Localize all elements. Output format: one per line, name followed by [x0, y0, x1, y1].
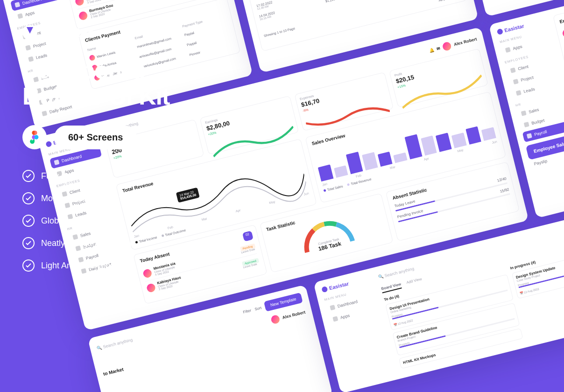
bar [481, 127, 496, 141]
mail-icon[interactable]: ✉ [436, 46, 441, 51]
bar [405, 134, 423, 160]
check-icon [22, 215, 35, 227]
feature-item: Neatly & organized layer [22, 237, 169, 249]
bell-icon[interactable]: 🔔 [429, 47, 435, 53]
check-icon [22, 192, 35, 204]
bar [421, 135, 437, 156]
screens-badge: 60+ Screens [54, 126, 137, 149]
headline: DashboardBuilder UI Kit [22, 57, 169, 109]
feature-item: Light And Dark Mode [22, 259, 169, 272]
figma-icon [30, 131, 39, 144]
filter-button[interactable]: Filter [243, 308, 252, 314]
logo-icon [22, 25, 37, 40]
apps-icon [17, 13, 23, 19]
bar [465, 126, 481, 145]
sort-button[interactable]: Sort [254, 306, 262, 311]
bar [451, 133, 467, 148]
brand-name: Easistar [42, 25, 93, 40]
check-icon [22, 237, 35, 249]
check-icon [22, 259, 35, 272]
avatar [74, 0, 85, 6]
bar [318, 164, 334, 182]
feature-item: Modern layout design [22, 192, 169, 204]
bar [346, 152, 363, 175]
new-template-button[interactable]: New Template [264, 293, 303, 312]
date-filter[interactable]: All Date [438, 0, 450, 2]
bar [362, 152, 378, 170]
bar [334, 165, 348, 178]
search-input[interactable]: 🔍 Search anything [96, 337, 133, 351]
bar [393, 152, 407, 163]
feature-list: Fully CustomizableModern layout designGl… [22, 170, 169, 272]
avatar [78, 10, 88, 21]
avatar [146, 283, 156, 293]
feature-item: Fully Customizable [22, 170, 169, 182]
bar [436, 133, 452, 152]
check-icon [22, 170, 35, 182]
feature-item: Global style guide [22, 215, 169, 227]
avatar [442, 41, 452, 51]
svg-point-0 [34, 135, 38, 140]
grid-icon [14, 2, 20, 7]
add-view-button[interactable]: Add View [406, 277, 423, 287]
search-input[interactable]: 🔍 Search anything [378, 266, 415, 280]
avatar [562, 28, 564, 38]
board-view-tab[interactable]: Board View [381, 282, 402, 293]
bar [378, 152, 393, 167]
figma-badge [22, 125, 47, 149]
brand-logo: Easistar [22, 25, 169, 40]
